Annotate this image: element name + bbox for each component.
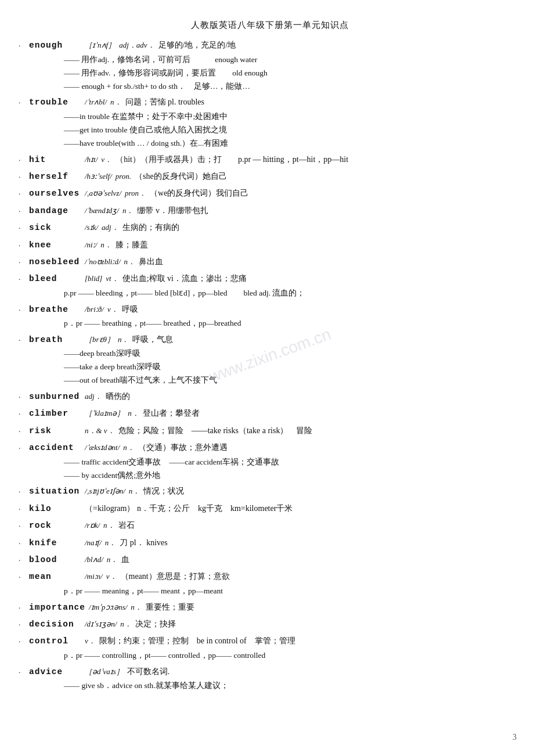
phonetic-enough: ［ɪˈnʌf］ <box>85 39 116 52</box>
entry-main-accident: accident/ˈæksɪdənt/n．（交通）事故；意外遭遇 <box>29 441 511 455</box>
entry-breathe: ·breathe/briːð/v．呼吸p．pr —— breathing，pt—… <box>29 303 511 330</box>
definition-nosebleed: 鼻出血 <box>139 255 163 269</box>
sub-entry-accident-0: —— traffic accident交通事故 ——car accident车祸… <box>29 456 511 469</box>
sub-entry-control-0: p．pr —— controlling，pt—— controlled，pp——… <box>29 649 511 663</box>
entry-main-enough: enough［ɪˈnʌf］adj．adv．足够的/地，充足的/地 <box>29 38 511 53</box>
definition-rock: 岩石 <box>118 519 135 533</box>
word-accident: accident <box>29 441 81 455</box>
entry-climber: ·climber［ˈklaɪmə］n．登山者；攀登者 <box>29 406 511 421</box>
phonetic-decision: /dɪˈsɪʒən/ <box>85 618 117 631</box>
entry-bandage: ·bandage/ˈbændɪdʒ/n．绷带 v．用绷带包扎 <box>29 204 511 218</box>
entry-breath: ·breath［brɛθ］n．呼吸，气息——deep breath深呼吸——ta… <box>29 333 511 387</box>
entries-container: ·enough［ɪˈnʌf］adj．adv．足够的/地，充足的/地—— 用作ad… <box>29 38 511 693</box>
word-breathe: breathe <box>29 303 81 317</box>
word-nosebleed: nosebleed <box>29 255 81 269</box>
bullet-icon: · <box>19 554 20 567</box>
sub-entry-trouble-0: ——in trouble 在监禁中；处于不幸中;处困难中 <box>29 110 511 124</box>
bullet-icon: · <box>19 171 20 184</box>
word-control: control <box>29 634 81 649</box>
entry-main-bandage: bandage/ˈbændɪdʒ/n．绷带 v．用绷带包扎 <box>29 204 511 218</box>
word-risk: risk <box>29 424 81 438</box>
sub-entry-enough-1: —— 用作adv.，修饰形容词或副词，要后置 old enough <box>29 67 511 80</box>
entry-kilo: ·kilo（=kilogram） n．千克；公斤 kg千克 km=kilomet… <box>29 502 511 516</box>
pos-bleed: vt． <box>106 272 118 286</box>
bullet-icon: · <box>19 391 20 404</box>
phonetic-bleed: [blid] <box>85 272 102 286</box>
phonetic-herself: /hɜːˈself/ <box>85 170 112 183</box>
word-rock: rock <box>29 519 81 533</box>
word-knife: knife <box>29 536 81 550</box>
definition-decision: 决定；抉择 <box>135 617 176 632</box>
word-importance: importance <box>29 600 85 615</box>
entry-main-trouble: trouble/ˈtrʌbl/n．问题；苦恼 pl. troubles <box>29 95 511 110</box>
pos-blood: n． <box>107 553 118 567</box>
word-trouble: trouble <box>29 95 81 110</box>
entry-main-mean: mean/miːn/v．（meant）意思是；打算；意欲 <box>29 570 511 584</box>
definition-sick: 生病的；有病的 <box>122 221 179 235</box>
bullet-icon: · <box>19 205 20 218</box>
entry-main-rock: rock/rɒk/n．岩石 <box>29 519 511 533</box>
word-herself: herself <box>29 170 81 184</box>
pos-decision: n． <box>120 618 132 631</box>
definition-accident: （交通）事故；意外遭遇 <box>138 441 228 455</box>
pos-situation: n． <box>129 485 140 498</box>
entry-rock: ·rock/rɒk/n．岩石 <box>29 519 511 533</box>
definition-importance: 重要性；重要 <box>146 600 194 615</box>
bullet-icon: · <box>19 222 20 235</box>
bullet-icon: · <box>19 256 20 269</box>
entry-blood: ·blood/blʌd/n．血 <box>29 553 511 567</box>
definition-climber: 登山者；攀登者 <box>143 406 200 421</box>
entry-knife: ·knife/naɪf/n．刀 pl． knives <box>29 536 511 550</box>
pos-climber: n． <box>128 407 139 420</box>
bullet-icon: · <box>19 503 20 516</box>
entry-accident: ·accident/ˈæksɪdənt/n．（交通）事故；意外遭遇—— traf… <box>29 441 511 482</box>
word-blood: blood <box>29 553 81 567</box>
pos-rock: n． <box>103 519 115 532</box>
word-breath: breath <box>29 333 81 347</box>
word-mean: mean <box>29 570 81 584</box>
phonetic-trouble: /ˈtrʌbl/ <box>85 96 107 109</box>
entry-trouble: ·trouble/ˈtrʌbl/n．问题；苦恼 pl. troubles——in… <box>29 95 511 150</box>
phonetic-breath: ［brɛθ］ <box>85 333 114 347</box>
bullet-icon: · <box>19 188 20 201</box>
phonetic-advice: ［ədˈvaɪs］ <box>85 665 124 679</box>
word-situation: situation <box>29 484 81 499</box>
entry-knee: ·knee/niː/n．膝；膝盖 <box>29 238 511 253</box>
bullet-icon: · <box>19 618 20 632</box>
word-sunburned: sunburned <box>29 390 81 404</box>
pos-sunburned: adj． <box>85 390 102 404</box>
pos-control: v． <box>85 635 96 648</box>
pos-accident: n． <box>123 441 135 455</box>
entry-herself: ·herself/hɜːˈself/pron.（she的反身代词）她自己 <box>29 170 511 184</box>
entry-sunburned: ·sunburnedadj．晒伤的 <box>29 390 511 404</box>
pos-hit: v． <box>101 153 112 167</box>
sub-entry-advice-0: —— give sb．advice on sth.就某事给某人建议； <box>29 679 511 693</box>
definition-enough: 足够的/地，充足的/地 <box>158 38 236 53</box>
bullet-icon: · <box>19 485 20 499</box>
bullet-icon: · <box>19 39 20 53</box>
pos-trouble: n． <box>110 96 122 109</box>
entry-main-kilo: kilo（=kilogram） n．千克；公斤 kg千克 km=kilomete… <box>29 502 511 516</box>
bullet-icon: · <box>19 154 20 167</box>
entry-main-climber: climber［ˈklaɪmə］n．登山者；攀登者 <box>29 406 511 421</box>
definition-bandage: 绷带 v．用绷带包扎 <box>137 204 208 218</box>
entry-main-control: controlv．限制；约束；管理；控制 be in control of 掌管… <box>29 634 511 649</box>
sub-entry-bleed-0: p.pr —— bleeding，pt—— bled [blɛd]，pp—ble… <box>29 287 511 300</box>
definition-kilo: （=kilogram） n．千克；公斤 kg千克 km=kilometer千米 <box>85 502 293 516</box>
definition-sunburned: 晒伤的 <box>106 390 130 404</box>
entry-main-sick: sick/sɪk/adj．生病的；有病的 <box>29 221 511 235</box>
pos-enough: adj．adv． <box>119 39 154 52</box>
entry-mean: ·mean/miːn/v．（meant）意思是；打算；意欲p．pr —— mea… <box>29 570 511 597</box>
pos-mean: v． <box>106 570 117 584</box>
entry-bleed: ·bleed[blid]vt．使出血;榨取 vi．流血；渗出；悲痛p.pr ——… <box>29 272 511 300</box>
definition-ourselves: （we的反身代词）我们自己 <box>150 186 248 201</box>
sub-entry-breathe-0: p．pr —— breathing，pt—— breathed，pp—breat… <box>29 317 511 330</box>
phonetic-mean: /miːn/ <box>85 570 103 584</box>
bullet-icon: · <box>19 635 20 649</box>
word-climber: climber <box>29 406 81 421</box>
entry-main-nosebleed: nosebleed/ˈnoʊzbliːd/n．鼻出血 <box>29 255 511 269</box>
word-enough: enough <box>29 38 81 53</box>
phonetic-knee: /niː/ <box>85 239 97 252</box>
phonetic-nosebleed: /ˈnoʊzbliːd/ <box>85 255 121 269</box>
pos-knife: n． <box>105 537 117 550</box>
